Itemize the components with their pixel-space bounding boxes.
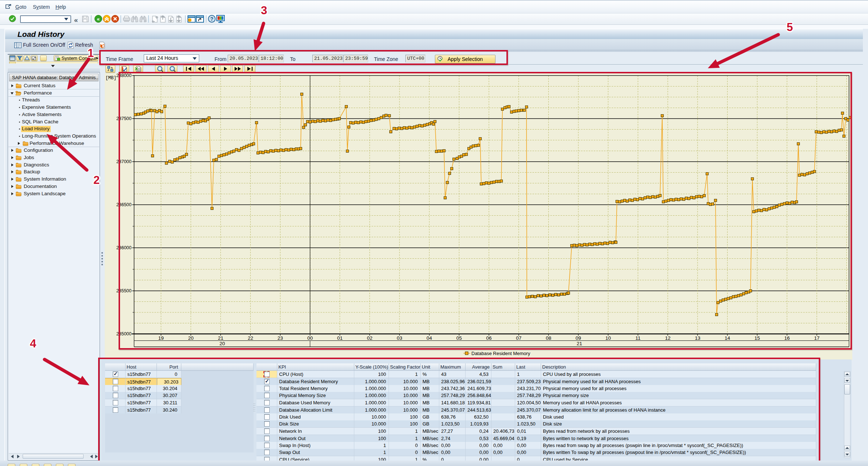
svg-text:Database Resident Memory: Database Resident Memory — [471, 351, 531, 356]
